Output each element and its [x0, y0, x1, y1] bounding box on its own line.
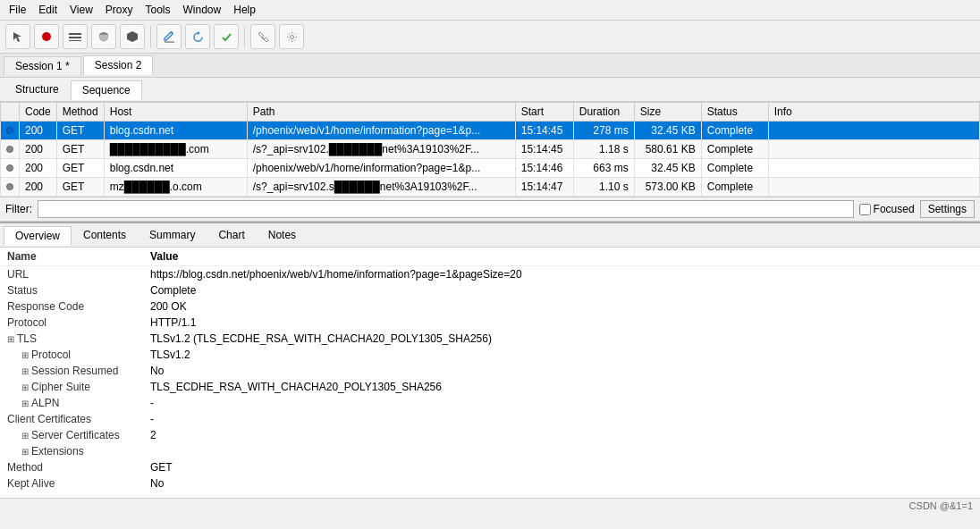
menu-file[interactable]: File [4, 2, 31, 18]
detail-name: Kept Alive [0, 475, 143, 491]
row-method: GET [56, 159, 104, 178]
detail-name: ⊞Cipher Suite [0, 379, 143, 395]
row-size: 580.61 KB [634, 140, 701, 159]
filter-input[interactable] [38, 200, 854, 218]
list-item: Status Complete [0, 282, 980, 298]
row-start: 15:14:45 [515, 122, 573, 140]
menu-window[interactable]: Window [178, 2, 227, 18]
row-method: GET [56, 122, 104, 140]
menu-view[interactable]: View [64, 2, 98, 18]
menu-proxy[interactable]: Proxy [100, 2, 139, 18]
row-dot [1, 178, 20, 197]
row-status: Complete [701, 159, 768, 178]
row-dot [1, 122, 20, 140]
row-dot [1, 159, 20, 178]
svg-line-8 [262, 38, 264, 39]
check-button[interactable] [214, 24, 239, 49]
row-start: 15:14:47 [515, 178, 573, 197]
detail-value: - [143, 411, 980, 427]
tab-chart[interactable]: Chart [207, 225, 256, 245]
detail-name: ⊞Server Certificates [0, 427, 143, 443]
col-host[interactable]: Host [104, 103, 247, 122]
table-row[interactable]: 200 GET mz██████.o.com /s?_api=srv102.s█… [1, 178, 980, 197]
menu-edit[interactable]: Edit [33, 2, 63, 18]
col-info[interactable]: Info [768, 103, 979, 122]
expand-icon[interactable]: ⊞ [21, 382, 29, 392]
detail-name: Method [0, 459, 143, 475]
tab-sequence[interactable]: Sequence [71, 80, 142, 100]
record-button[interactable] [34, 24, 59, 49]
filter-settings-button[interactable]: Settings [920, 200, 975, 218]
detail-name: ⊞ALPN [0, 395, 143, 411]
detail-value [143, 443, 980, 459]
col-path[interactable]: Path [247, 103, 515, 122]
tab-contents[interactable]: Contents [72, 225, 138, 245]
row-path: /s?_api=srv102.s██████net%3A19103%2F... [247, 178, 515, 197]
settings-button[interactable] [279, 24, 304, 49]
col-method[interactable]: Method [56, 103, 104, 122]
col-size[interactable]: Size [634, 103, 701, 122]
detail-value: GET [143, 459, 980, 475]
row-duration: 1.10 s [573, 178, 634, 197]
edit-button[interactable] [156, 24, 182, 49]
row-method: GET [56, 178, 104, 197]
session-tab-1[interactable]: Session 1 * [4, 56, 81, 75]
list-item: Protocol HTTP/1.1 [0, 315, 980, 331]
list-item: ⊞Server Certificates 2 [0, 427, 980, 443]
list-item: ⊞TLS TLSv1.2 (TLS_ECDHE_RSA_WITH_CHACHA2… [0, 331, 980, 347]
row-host: ██████████.com [104, 140, 247, 159]
session-tab-2[interactable]: Session 2 [83, 55, 154, 75]
expand-icon[interactable]: ⊞ [21, 350, 29, 360]
tab-structure[interactable]: Structure [4, 80, 71, 99]
row-method: GET [56, 140, 104, 159]
tools-button[interactable] [250, 24, 275, 49]
list-item: Client Certificates - [0, 411, 980, 427]
detail-value: TLSv1.2 [143, 347, 980, 363]
table-row[interactable]: 200 GET blog.csdn.net /phoenix/web/v1/ho… [1, 159, 980, 178]
col-duration[interactable]: Duration [573, 103, 634, 122]
row-start: 15:14:45 [515, 140, 573, 159]
row-size: 32.45 KB [634, 122, 701, 140]
expand-icon[interactable]: ⊞ [7, 334, 14, 344]
detail-value: 200 OK [143, 298, 980, 315]
detail-name: ⊞Session Resumed [0, 363, 143, 379]
row-duration: 1.18 s [573, 140, 634, 159]
row-duration: 278 ms [573, 122, 634, 140]
menubar: File Edit View Proxy Tools Window Help [0, 0, 980, 21]
row-host: blog.csdn.net [104, 159, 247, 178]
select-tool-button[interactable] [5, 24, 30, 49]
tab-notes[interactable]: Notes [257, 225, 308, 245]
stop-button[interactable] [120, 24, 145, 49]
col-start[interactable]: Start [515, 103, 573, 122]
expand-icon[interactable]: ⊞ [21, 431, 29, 441]
col-status[interactable]: Status [701, 103, 768, 122]
focused-checkbox[interactable] [859, 204, 871, 215]
col-code[interactable]: Code [20, 103, 57, 122]
list-item: ⊞Cipher Suite TLS_ECDHE_RSA_WITH_CHACHA2… [0, 379, 980, 395]
list-item: ⊞Protocol TLSv1.2 [0, 347, 980, 363]
tab-overview[interactable]: Overview [4, 226, 72, 246]
refresh-button[interactable] [185, 24, 210, 49]
status-bar: CSDN @&1=1 [0, 498, 980, 513]
list-item: ⊞Session Resumed No [0, 363, 980, 379]
table-row[interactable]: 200 GET ██████████.com /s?_api=srv102.██… [1, 140, 980, 159]
menu-tools[interactable]: Tools [140, 2, 176, 18]
detail-name: ⊞Protocol [0, 347, 143, 363]
expand-icon[interactable]: ⊞ [21, 399, 29, 408]
detail-tabs: Overview Contents Summary Chart Notes [0, 223, 980, 248]
menu-help[interactable]: Help [228, 2, 261, 18]
status-text: CSDN @&1=1 [909, 500, 973, 511]
row-host: mz██████.o.com [104, 178, 247, 197]
list-item: Response Code 200 OK [0, 298, 980, 315]
table-row[interactable]: 200 GET blog.csdn.net /phoenix/web/v1/ho… [1, 122, 980, 140]
tab-summary[interactable]: Summary [138, 225, 207, 245]
expand-icon[interactable]: ⊞ [21, 447, 29, 457]
intercept-button[interactable] [91, 24, 116, 49]
stream-button[interactable] [63, 24, 88, 49]
list-item: URL https://blog.csdn.net/phoenix/web/v1… [0, 266, 980, 283]
filter-focused-option: Focused [859, 203, 915, 215]
row-status: Complete [701, 122, 768, 140]
detail-name: Status [0, 282, 143, 298]
detail-value: No [143, 363, 980, 379]
expand-icon[interactable]: ⊞ [21, 366, 29, 376]
